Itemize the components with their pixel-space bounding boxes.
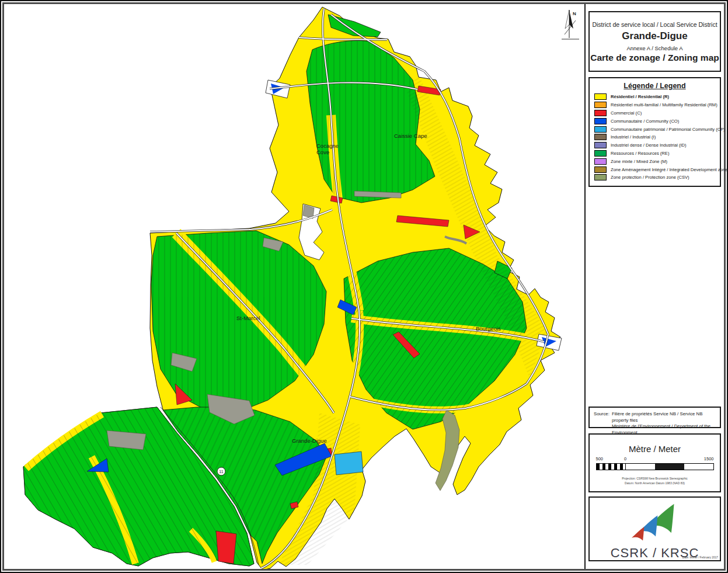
legend-box: Légende / Legend Résidentiel / Residenti… bbox=[588, 77, 721, 187]
legend-item-multifamily: Résidentiel multi-familial / Multifamily… bbox=[594, 101, 715, 109]
source-lines: Filière de propriétés Service NB / Servi… bbox=[612, 411, 717, 436]
neatline-frame: Cocagne Cove Caissie Cape St-Marcel Bour… bbox=[2, 2, 726, 571]
legend-title: Légende / Legend bbox=[594, 82, 715, 90]
title-box: District de service local / Local Servic… bbox=[588, 11, 721, 72]
scale-segment-white-2 bbox=[684, 464, 713, 470]
dense-industrial-swatch bbox=[594, 142, 607, 148]
zoning-map: Cocagne Cove Caissie Cape St-Marcel Bour… bbox=[4, 4, 584, 569]
label-cocagne-cove: Cove bbox=[316, 149, 329, 155]
district-subtitle: District de service local / Local Servic… bbox=[590, 21, 720, 28]
source-line-1: Filière de propriétés Service NB / Servi… bbox=[612, 411, 717, 423]
page-title: Grande-Digue bbox=[590, 30, 720, 42]
scale-bar-segments bbox=[596, 463, 714, 470]
projection-note: Projection: CSRS98 New Brunswick Stereog… bbox=[590, 477, 720, 485]
map-type-title: Carte de zonage / Zoning map bbox=[590, 53, 720, 63]
label-st-marcel: St-Marcel bbox=[236, 315, 260, 321]
label-grande-digue: Grande-Digue bbox=[292, 437, 327, 444]
svg-text:11: 11 bbox=[219, 470, 223, 474]
projection-line: Projection: CSRS98 New Brunswick Stereog… bbox=[590, 477, 720, 481]
commercial-swatch bbox=[594, 110, 607, 116]
scale-tick-1500: 1500 bbox=[704, 456, 714, 461]
patrimonial-community-zone bbox=[335, 452, 363, 475]
north-arrow-icon: N bbox=[562, 10, 579, 39]
date-note: Date: février / February 2017 bbox=[682, 556, 718, 559]
legend-item-commercial: Commercial (C) bbox=[594, 109, 715, 117]
scale-segment-white-1 bbox=[626, 464, 655, 470]
scale-segment-black bbox=[655, 464, 684, 470]
sidebar: District de service local / Local Servic… bbox=[584, 4, 724, 569]
source-box: Source: Filière de propriétés Service NB… bbox=[588, 407, 721, 428]
legend-item-residential: Résidentiel / Residential (R) bbox=[594, 93, 715, 101]
residential-swatch bbox=[594, 93, 607, 100]
legend-item-protection: Zone protection / Protection zone (CSV) bbox=[594, 173, 715, 182]
multifamily-swatch bbox=[594, 102, 607, 108]
label-cocagne: Cocagne bbox=[316, 143, 339, 149]
logo-box: CSRK / KRSC Date: février / February 201… bbox=[588, 496, 721, 561]
industrial-swatch bbox=[594, 134, 607, 140]
patrimonial-swatch bbox=[594, 126, 607, 133]
route-shield: 11 bbox=[217, 467, 225, 475]
label-caissie-cape: Caissie Cape bbox=[394, 133, 427, 139]
scale-segment-hatched bbox=[597, 464, 626, 470]
source-prefix: Source: bbox=[594, 411, 609, 436]
datum-line: Datum: North American Datum 1983 (NAD 83… bbox=[590, 481, 720, 486]
legend-item-resources: Ressources / Resources (RE) bbox=[594, 150, 715, 158]
north-label: N bbox=[573, 11, 576, 16]
legend-item-dense-industrial: Industriel dense / Dense Industrial (ID) bbox=[594, 141, 715, 150]
legend-item-integrated-development: Zone Aménagement Intégré / Integrated De… bbox=[594, 165, 715, 173]
scale-box: Mètre / Meter 500 0 1500 Projec bbox=[588, 433, 721, 492]
csrk-logo-icon bbox=[600, 500, 710, 544]
legend-item-industrial: Industriel / Industrial (I) bbox=[594, 133, 715, 141]
map-panel: Cocagne Cove Caissie Cape St-Marcel Bour… bbox=[4, 4, 584, 569]
scale-tick-0: 0 bbox=[624, 456, 626, 461]
resources-swatch bbox=[594, 150, 607, 157]
schedule-line: Annexe A / Schedule A bbox=[590, 45, 720, 51]
integrated-development-swatch bbox=[594, 166, 607, 173]
map-sheet-page: Cocagne Cove Caissie Cape St-Marcel Bour… bbox=[0, 0, 728, 573]
community-swatch bbox=[594, 118, 607, 124]
mixed-swatch bbox=[594, 158, 607, 165]
legend-item-community: Communautaire / Community (CO) bbox=[594, 117, 715, 125]
scale-title: Mètre / Meter bbox=[590, 444, 720, 454]
scale-tick-500: 500 bbox=[596, 456, 604, 461]
protection-swatch bbox=[594, 174, 607, 180]
legend-item-patrimonial: Communautaire patrimonial / Patrimonial … bbox=[594, 125, 715, 133]
scale-bar: 500 0 1500 bbox=[596, 456, 714, 470]
label-bourgeois: Bourgeois bbox=[476, 325, 501, 332]
legend-item-mixed: Zone mixte / Mixed Zone (M) bbox=[594, 157, 715, 165]
scale-ticks: 500 0 1500 bbox=[596, 456, 714, 463]
